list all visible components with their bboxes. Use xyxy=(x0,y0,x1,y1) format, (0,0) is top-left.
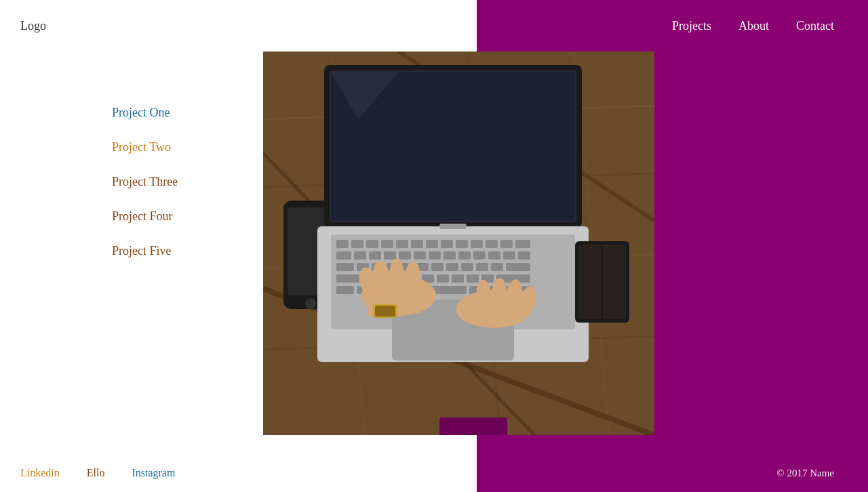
svg-rect-94 xyxy=(439,224,467,229)
svg-rect-43 xyxy=(488,251,500,260)
svg-rect-55 xyxy=(476,263,488,271)
svg-rect-58 xyxy=(336,274,359,283)
svg-rect-29 xyxy=(471,240,483,248)
svg-rect-36 xyxy=(384,251,396,260)
footer: Linkedin Ello Instagram © 2017 Name xyxy=(0,454,868,492)
svg-rect-64 xyxy=(437,274,449,283)
nav-about[interactable]: About xyxy=(738,19,769,33)
svg-rect-42 xyxy=(473,251,486,260)
svg-rect-57 xyxy=(506,263,530,271)
svg-rect-27 xyxy=(441,240,453,248)
footer-ello[interactable]: Ello xyxy=(87,467,105,479)
svg-rect-20 xyxy=(336,240,349,248)
svg-rect-46 xyxy=(336,263,354,271)
footer-instagram[interactable]: Instagram xyxy=(132,467,175,479)
svg-rect-25 xyxy=(411,240,423,248)
footer-left: Linkedin Ello Instagram xyxy=(0,454,477,492)
svg-rect-44 xyxy=(503,251,515,260)
svg-rect-37 xyxy=(399,251,411,260)
nav-contact[interactable]: Contact xyxy=(796,19,834,33)
svg-rect-65 xyxy=(452,274,464,283)
project-image xyxy=(263,52,654,435)
svg-rect-41 xyxy=(458,251,471,260)
laptop-svg xyxy=(263,52,654,435)
header: Logo Projects About Contact xyxy=(0,0,868,52)
svg-point-13 xyxy=(305,298,316,309)
svg-rect-39 xyxy=(429,251,441,260)
svg-rect-69 xyxy=(336,286,354,294)
logo[interactable]: Logo xyxy=(20,19,46,33)
laptop-illustration xyxy=(263,52,654,435)
svg-rect-31 xyxy=(500,240,513,248)
svg-rect-54 xyxy=(461,263,473,271)
nav-projects[interactable]: Projects xyxy=(672,19,711,33)
svg-rect-38 xyxy=(414,251,426,260)
svg-rect-28 xyxy=(456,240,468,248)
header-right: Projects About Contact xyxy=(477,0,868,52)
svg-rect-21 xyxy=(351,240,363,248)
footer-right: © 2017 Name xyxy=(477,454,868,492)
svg-rect-56 xyxy=(491,263,503,271)
svg-rect-45 xyxy=(518,251,530,260)
svg-rect-52 xyxy=(431,263,443,271)
svg-rect-26 xyxy=(426,240,438,248)
svg-rect-24 xyxy=(396,240,408,248)
header-left: Logo xyxy=(0,0,477,52)
svg-rect-66 xyxy=(467,274,479,283)
svg-rect-53 xyxy=(446,263,458,271)
svg-rect-34 xyxy=(354,251,366,260)
svg-rect-22 xyxy=(366,240,378,248)
svg-rect-30 xyxy=(486,240,498,248)
footer-copyright: © 2017 Name xyxy=(776,468,834,479)
footer-linkedin[interactable]: Linkedin xyxy=(20,467,60,479)
svg-rect-32 xyxy=(515,240,530,248)
svg-rect-33 xyxy=(336,251,351,260)
svg-rect-84 xyxy=(375,306,395,316)
svg-rect-40 xyxy=(443,251,456,260)
svg-rect-23 xyxy=(381,240,393,248)
svg-rect-35 xyxy=(369,251,381,260)
svg-rect-90 xyxy=(439,417,507,435)
